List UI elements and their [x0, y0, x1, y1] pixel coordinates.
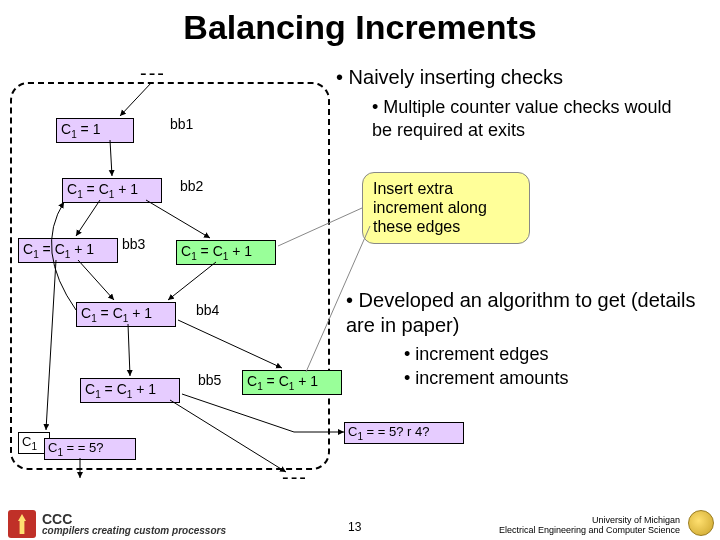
node-inc-bb5: C1 = C1 + 1: [80, 378, 180, 403]
bullet-developed: Developed an algorithm to get (details a…: [346, 288, 696, 338]
label-bb4: bb4: [196, 302, 219, 318]
node-check-5-r4: C1 = = 5? r 4?: [344, 422, 464, 444]
node-c1-eq-1: C1 = 1: [56, 118, 134, 143]
exit-dashes: ---: [282, 466, 308, 489]
label-bb3: bb3: [122, 236, 145, 252]
university-seal-icon: [688, 510, 714, 536]
bullet-inc-amounts: increment amounts: [404, 368, 568, 389]
node-check-5: C1 = = 5?: [44, 438, 136, 460]
footer-logo: CCC compilers creating custom processors: [8, 510, 226, 538]
logo-badge-icon: [8, 510, 36, 538]
callout-line2: increment along: [373, 199, 487, 216]
label-bb2: bb2: [180, 178, 203, 194]
bullet-naive: Naively inserting checks: [336, 66, 563, 89]
node-inc-bb2: C1 = C1 + 1: [62, 178, 162, 203]
label-bb1: bb1: [170, 116, 193, 132]
university-footer: University of Michigan Electrical Engine…: [499, 516, 680, 536]
page-number: 13: [348, 520, 361, 534]
callout-line1: Insert extra: [373, 180, 453, 197]
slide-title: Balancing Increments: [0, 8, 720, 47]
label-bb5: bb5: [198, 372, 221, 388]
logo-text: CCC compilers creating custom processors: [42, 512, 226, 536]
callout-insert-extra: Insert extra increment along these edges: [362, 172, 530, 244]
bullet-inc-edges: increment edges: [404, 344, 548, 365]
callout-line3: these edges: [373, 218, 460, 235]
node-extra-inc-bb5: C1 = C1 + 1: [242, 370, 342, 395]
node-inc-bb3: C1 = C1 + 1: [18, 238, 118, 263]
bullet-multiple-checks: Multiple counter value checks would be r…: [372, 96, 692, 141]
node-extra-inc-right: C1 = C1 + 1: [176, 240, 276, 265]
node-inc-bb4: C1 = C1 + 1: [76, 302, 176, 327]
